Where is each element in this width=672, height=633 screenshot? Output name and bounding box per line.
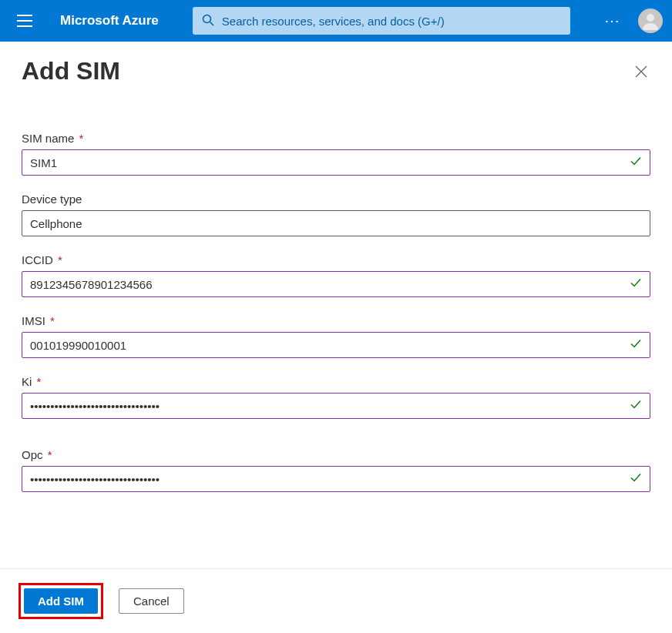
avatar[interactable] — [638, 8, 663, 33]
iccid-field-wrap — [22, 271, 650, 297]
imsi-input[interactable] — [30, 339, 642, 352]
checkmark-icon — [630, 399, 642, 414]
add-sim-button[interactable]: Add SIM — [24, 588, 98, 614]
device-type-field-wrap — [22, 210, 650, 236]
opc-input[interactable] — [30, 473, 642, 486]
close-icon[interactable] — [632, 62, 650, 81]
global-search[interactable] — [193, 7, 570, 35]
sim-name-field-wrap — [22, 149, 650, 176]
sim-name-input[interactable] — [30, 156, 642, 169]
opc-field-wrap — [22, 466, 650, 492]
top-navbar: Microsoft Azure ⋯ — [0, 0, 672, 42]
panel-content: Add SIM SIM name * Device type ICCID * I… — [0, 42, 672, 492]
checkmark-icon — [630, 277, 642, 292]
svg-point-0 — [203, 15, 210, 22]
more-icon[interactable]: ⋯ — [598, 5, 627, 36]
checkmark-icon — [630, 472, 642, 487]
ki-field-wrap — [22, 393, 650, 419]
checkmark-icon — [630, 156, 642, 170]
ki-input[interactable] — [30, 400, 642, 413]
imsi-label: IMSI * — [22, 314, 650, 327]
svg-point-2 — [647, 14, 654, 22]
iccid-input[interactable] — [30, 278, 642, 291]
highlight-annotation: Add SIM — [18, 583, 103, 619]
device-type-label: Device type — [22, 193, 650, 206]
panel-footer: Add SIM Cancel — [0, 568, 672, 633]
checkmark-icon — [630, 338, 642, 353]
svg-line-1 — [210, 22, 213, 25]
device-type-input[interactable] — [30, 217, 642, 230]
cancel-button[interactable]: Cancel — [119, 588, 184, 614]
sim-name-label: SIM name * — [22, 132, 650, 145]
opc-label: Opc * — [22, 448, 650, 461]
page-title: Add SIM — [22, 57, 120, 85]
imsi-field-wrap — [22, 332, 650, 358]
search-input[interactable] — [222, 15, 561, 28]
search-icon — [202, 14, 214, 28]
iccid-label: ICCID * — [22, 253, 650, 266]
brand-title[interactable]: Microsoft Azure — [60, 13, 159, 28]
menu-icon[interactable] — [9, 5, 40, 36]
ki-label: Ki * — [22, 375, 650, 388]
